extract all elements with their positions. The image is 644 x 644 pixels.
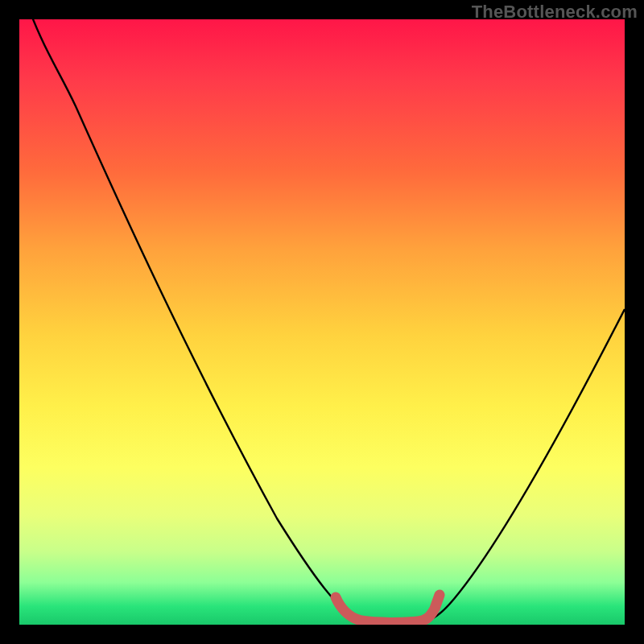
optimal-range-marker xyxy=(336,595,440,622)
watermark-text: TheBottleneck.com xyxy=(472,2,638,23)
bottleneck-curve xyxy=(19,19,625,622)
chart-svg xyxy=(19,19,625,625)
chart-plot-area xyxy=(19,19,625,625)
